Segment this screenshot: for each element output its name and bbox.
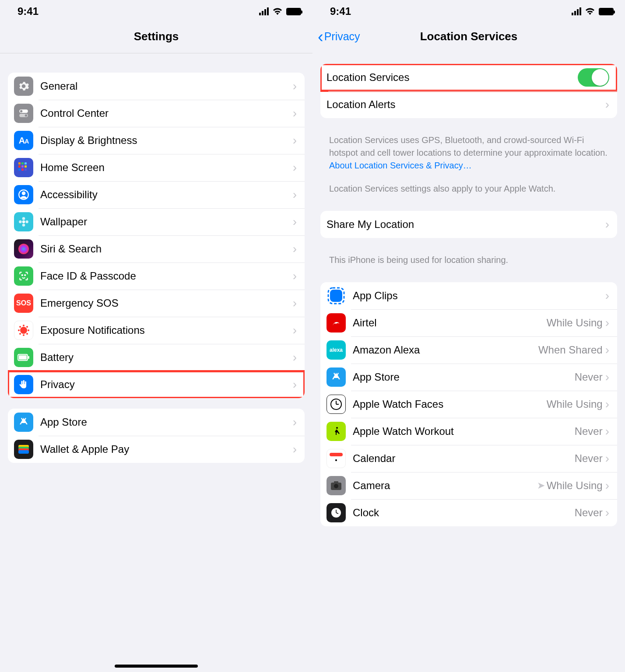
row-status: Never <box>575 452 603 465</box>
chevron-right-icon: › <box>293 270 297 282</box>
location-content[interactable]: Location Services Location Alerts › Loca… <box>312 53 625 669</box>
settings-row-battery[interactable]: Battery› <box>8 344 305 371</box>
wallpaper-icon <box>14 212 33 231</box>
back-button[interactable]: ‹ Privacy <box>318 28 360 45</box>
settings-row-home-screen[interactable]: Home Screen› <box>8 154 305 181</box>
svg-point-27 <box>28 329 29 331</box>
row-label: General <box>40 80 293 92</box>
location-alerts-row[interactable]: Location Alerts › <box>320 91 617 118</box>
apps-group: App Clips ›Airtel While Using›alexaAmazo… <box>320 282 617 526</box>
settings-row-display[interactable]: AADisplay & Brightness› <box>8 127 305 154</box>
svg-point-21 <box>22 275 23 276</box>
row-label: Battery <box>40 351 293 364</box>
svg-point-30 <box>19 333 21 335</box>
settings-content[interactable]: General›Control Center›AADisplay & Brigh… <box>0 53 312 669</box>
control-center-icon <box>14 104 33 123</box>
nav-header: Settings <box>0 20 312 53</box>
settings-row-general[interactable]: General› <box>8 73 305 100</box>
siri-icon <box>14 239 33 259</box>
chevron-right-icon: › <box>293 324 297 336</box>
chevron-right-icon: › <box>293 107 297 119</box>
svg-rect-7 <box>18 165 21 168</box>
nav-header: ‹ Privacy Location Services <box>312 20 625 53</box>
settings-group-store: App Store›Wallet & Apple Pay› <box>8 409 305 463</box>
row-status: Never <box>575 425 603 438</box>
calendar-icon: • <box>327 449 346 468</box>
app-row-appstore[interactable]: App Store Never› <box>320 364 617 391</box>
settings-row-accessibility[interactable]: Accessibility› <box>8 181 305 208</box>
status-bar: 9:41 <box>0 0 312 20</box>
share-my-location-row[interactable]: Share My Location › <box>320 211 617 238</box>
row-label: Face ID & Passcode <box>40 270 293 282</box>
chevron-right-icon: › <box>605 218 609 231</box>
chevron-right-icon: › <box>605 425 609 438</box>
row-label: Share My Location <box>327 218 605 231</box>
chevron-right-icon: › <box>605 317 609 329</box>
app-row-watchfaces[interactable]: Apple Watch Faces While Using› <box>320 391 617 418</box>
app-row-camera[interactable]: Camera➤ While Using› <box>320 472 617 499</box>
svg-rect-51 <box>334 481 338 483</box>
row-label: Apple Watch Faces <box>353 398 547 410</box>
about-link[interactable]: About Location Services & Privacy… <box>329 161 472 170</box>
row-label: Wallpaper <box>40 216 293 228</box>
location-services-screen: 9:41 ‹ Privacy Location Services Locatio… <box>312 0 625 672</box>
svg-point-2 <box>20 110 22 112</box>
svg-rect-12 <box>25 168 27 171</box>
status-indicators <box>259 7 301 15</box>
chevron-right-icon: › <box>293 297 297 309</box>
svg-point-22 <box>25 275 25 276</box>
airtel-icon <box>327 313 346 332</box>
app-row-workout[interactable]: Apple Watch Workout Never› <box>320 418 617 445</box>
svg-point-50 <box>334 484 338 488</box>
chevron-right-icon: › <box>293 189 297 201</box>
location-services-switch[interactable] <box>578 68 609 87</box>
settings-row-exposure[interactable]: Exposure Notifications› <box>8 317 305 344</box>
row-label: Home Screen <box>40 161 293 174</box>
location-note-1: Location Services uses GPS, Bluetooth, a… <box>320 129 617 177</box>
svg-point-25 <box>23 334 25 336</box>
app-row-calendar[interactable]: •Calendar Never› <box>320 445 617 472</box>
settings-row-faceid[interactable]: Face ID & Passcode› <box>8 262 305 290</box>
settings-row-wallet[interactable]: Wallet & Apple Pay› <box>8 436 305 463</box>
chevron-right-icon: › <box>293 378 297 391</box>
row-label: Wallet & Apple Pay <box>40 443 293 455</box>
row-status: While Using <box>547 317 603 329</box>
appstore-icon <box>14 413 33 432</box>
svg-point-29 <box>26 326 28 328</box>
settings-group-main: General›Control Center›AADisplay & Brigh… <box>8 73 305 398</box>
alexa-icon: alexa <box>327 340 346 360</box>
svg-point-18 <box>19 220 22 224</box>
svg-text:•: • <box>335 457 337 464</box>
chevron-right-icon: › <box>605 344 609 356</box>
app-row-clock[interactable]: Clock Never› <box>320 499 617 526</box>
status-indicators <box>572 7 614 15</box>
svg-rect-4 <box>18 162 21 164</box>
svg-point-45 <box>336 427 338 429</box>
row-status: Never <box>575 507 603 519</box>
settings-row-appstore[interactable]: App Store› <box>8 409 305 436</box>
accessibility-icon <box>14 185 33 204</box>
location-services-toggle-row[interactable]: Location Services <box>320 64 617 91</box>
settings-row-siri[interactable]: Siri & Search› <box>8 235 305 262</box>
appclips-icon <box>327 286 346 305</box>
row-label: Emergency SOS <box>40 297 293 309</box>
settings-row-wallpaper[interactable]: Wallpaper› <box>8 208 305 235</box>
row-label: Accessibility <box>40 189 293 201</box>
settings-row-privacy[interactable]: Privacy› <box>8 371 305 398</box>
chevron-right-icon: › <box>605 507 609 519</box>
svg-rect-47 <box>330 453 343 456</box>
app-row-appclips[interactable]: App Clips › <box>320 282 617 309</box>
app-row-alexa[interactable]: alexaAmazon Alexa When Shared› <box>320 336 617 364</box>
chevron-right-icon: › <box>605 290 609 302</box>
workout-icon <box>327 422 346 441</box>
home-indicator[interactable] <box>115 665 198 668</box>
svg-point-20 <box>18 244 29 254</box>
chevron-right-icon: › <box>293 243 297 255</box>
row-status: Never <box>575 371 603 383</box>
settings-row-sos[interactable]: SOSEmergency SOS› <box>8 290 305 317</box>
svg-rect-40 <box>330 290 342 302</box>
svg-rect-10 <box>18 168 21 171</box>
row-label: App Clips <box>353 290 603 302</box>
app-row-airtel[interactable]: Airtel While Using› <box>320 309 617 336</box>
settings-row-control-center[interactable]: Control Center› <box>8 100 305 127</box>
